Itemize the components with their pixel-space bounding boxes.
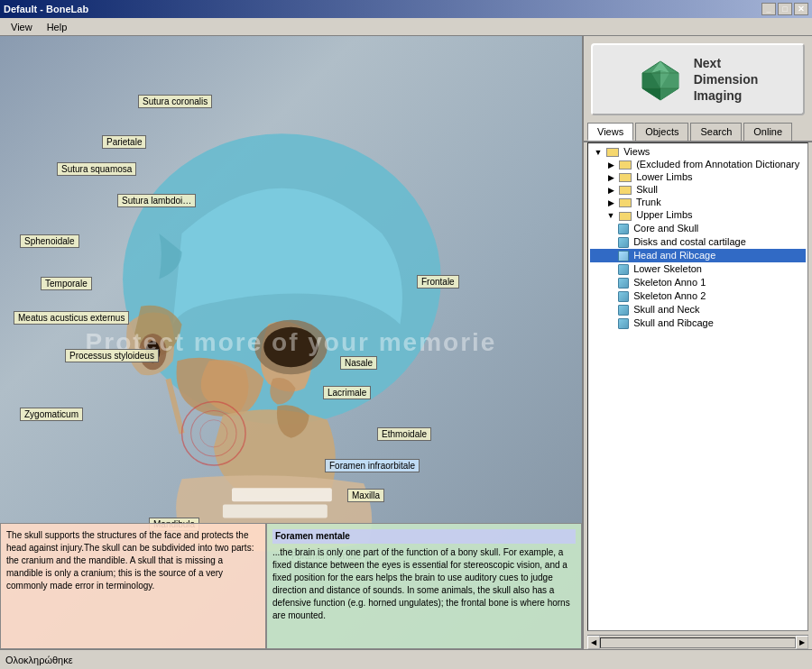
tree-label-skull-neck: Skull and Neck (633, 304, 699, 315)
minimize-button[interactable]: _ (761, 3, 776, 15)
tab-online[interactable]: Online (743, 123, 792, 141)
tree-label-core-skull: Core and Skull (633, 223, 698, 234)
tree-label-skull-ribcage: Skull and Ribcage (633, 317, 714, 328)
window-controls[interactable]: _ □ ✕ (761, 3, 808, 15)
maximize-button[interactable]: □ (778, 3, 792, 15)
tree-label-head-ribcage: Head and Ribcage (633, 250, 715, 261)
bottom-panels: The skull supports the structures of the… (0, 523, 582, 649)
tree-item-lower-skeleton[interactable]: Lower Skeleton (590, 262, 806, 276)
label-sutura-coronalis: Sutura coronalis (138, 95, 212, 108)
tab-views[interactable]: Views (587, 123, 633, 141)
tree-label-disks: Disks and costal cartilage (633, 236, 746, 247)
tree-item-lower-limbs[interactable]: ▶ Lower Limbs (590, 170, 806, 183)
label-temporale: Temporale (41, 277, 92, 290)
viewport: Protect more of your memorie Sutura coro… (0, 36, 582, 649)
core-skull-file-icon (618, 224, 629, 234)
scrollbar-track[interactable] (600, 637, 796, 648)
tab-search[interactable]: Search (690, 123, 742, 141)
panel-left-text: The skull supports the structures of the… (6, 530, 254, 591)
lower-limbs-folder-icon (619, 173, 632, 182)
skull-ribcage-file-icon (618, 318, 629, 329)
label-maxilla: Maxilla (347, 489, 384, 502)
tree-item-skeleton-anno1[interactable]: Skeleton Anno 1 (590, 276, 806, 289)
svg-point-2 (263, 327, 318, 367)
tree-label-excluded: (Excluded from Annotation Dictionary (636, 159, 799, 170)
upper-limbs-folder-icon (619, 212, 632, 221)
ndi-gem-icon (638, 57, 683, 102)
tabs: Views Objects Search Online (584, 123, 812, 142)
ndi-logo: Next Dimension Imaging (591, 43, 805, 115)
tree-view[interactable]: ▼ Views ▶ (Excluded from Annotation Dict… (587, 142, 808, 631)
label-processus: Processus styloideus (65, 349, 159, 362)
tree-label-trunk: Trunk (636, 197, 661, 207)
tab-objects[interactable]: Objects (635, 123, 688, 141)
menubar: View Help (0, 18, 812, 36)
svg-rect-3 (232, 488, 332, 501)
panel-right-text: ...the brain is only one part of the fun… (272, 547, 570, 620)
tree-item-trunk[interactable]: ▶ Trunk (590, 196, 806, 208)
root-expand-icon[interactable]: ▼ (593, 148, 604, 157)
skeleton-anno2-file-icon (618, 291, 629, 302)
menu-view[interactable]: View (4, 20, 40, 34)
upper-limbs-expand-icon[interactable]: ▼ (605, 211, 616, 220)
label-meatus: Meatus acusticus externus (14, 311, 129, 325)
trunk-folder-icon (619, 198, 632, 207)
tree-item-core-skull[interactable]: Core and Skull (590, 222, 806, 235)
label-zygomaticum: Zygomaticum (20, 408, 83, 421)
panel-right-title: Foramen mentale (272, 529, 576, 544)
close-button[interactable]: ✕ (794, 3, 808, 15)
svg-point-0 (123, 133, 441, 425)
skeleton-anno1-file-icon (618, 278, 629, 289)
tree-root-label: Views (623, 146, 650, 157)
panel-left: The skull supports the structures of the… (0, 523, 266, 649)
disks-file-icon (618, 237, 629, 248)
lower-limbs-expand-icon[interactable]: ▶ (605, 173, 616, 182)
tree-root[interactable]: ▼ Views (590, 145, 806, 158)
statusbar: Ολοκληρώθηκε (0, 649, 812, 669)
label-nasale: Nasale (340, 356, 377, 370)
tree-item-head-ribcage[interactable]: Head and Ribcage (590, 249, 806, 262)
main-container: Protect more of your memorie Sutura coro… (0, 36, 812, 649)
label-parietale: Parietale (102, 135, 146, 149)
svg-point-8 (182, 402, 246, 466)
menu-help[interactable]: Help (40, 20, 75, 34)
skull-folder-icon (619, 186, 632, 195)
tree-item-skeleton-anno2[interactable]: Skeleton Anno 2 (590, 289, 806, 303)
tree-scrollbar[interactable]: ◀ ▶ (587, 635, 808, 649)
svg-point-9 (191, 411, 236, 456)
tree-item-disks[interactable]: Disks and costal cartilage (590, 235, 806, 249)
status-text: Ολοκληρώθηκε (5, 655, 807, 665)
svg-line-5 (168, 379, 181, 433)
label-sutura-lambdoi: Sutura lambdoi… (117, 194, 196, 207)
ndi-text: Next Dimension Imaging (694, 55, 759, 105)
root-folder-icon (606, 148, 619, 157)
label-foramen-infra: Foramen infraorbitale (325, 459, 420, 472)
panel-right: Foramen mentale ...the brain is only one… (266, 523, 582, 649)
tree-label-skull: Skull (636, 184, 658, 195)
right-panel: Next Dimension Imaging Views Objects Sea… (582, 36, 812, 649)
trunk-expand-icon[interactable]: ▶ (605, 198, 616, 207)
scroll-left-button[interactable]: ◀ (587, 636, 600, 649)
scroll-right-button[interactable]: ▶ (796, 636, 808, 649)
head-ribcage-file-icon (618, 251, 629, 261)
titlebar: Default - BoneLab _ □ ✕ (0, 0, 812, 18)
tree-item-skull-neck[interactable]: Skull and Neck (590, 303, 806, 316)
excluded-expand-icon[interactable]: ▶ (605, 160, 616, 170)
svg-point-1 (254, 320, 328, 374)
label-sphenoidale: Sphenoidale (20, 234, 79, 248)
tree-label-lower-skeleton: Lower Skeleton (633, 263, 702, 274)
lower-skeleton-file-icon (618, 264, 629, 275)
svg-point-10 (200, 420, 227, 447)
skull-neck-file-icon (618, 305, 629, 316)
tree-label-lower-limbs: Lower Limbs (636, 171, 692, 182)
tree-label-skeleton-anno1: Skeleton Anno 1 (633, 277, 706, 288)
tree-item-upper-limbs[interactable]: ▼ Upper Limbs (590, 208, 806, 221)
tree-item-skull-ribcage[interactable]: Skull and Ribcage (590, 316, 806, 330)
tree-label-upper-limbs: Upper Limbs (636, 209, 692, 220)
tree-item-excluded[interactable]: ▶ (Excluded from Annotation Dictionary (590, 158, 806, 170)
tree-item-skull[interactable]: ▶ Skull (590, 183, 806, 196)
window-title: Default - BoneLab (4, 4, 88, 14)
skull-expand-icon[interactable]: ▶ (605, 186, 616, 195)
label-sutura-squamosa: Sutura squamosa (57, 162, 136, 176)
label-frontale: Frontale (417, 275, 459, 289)
